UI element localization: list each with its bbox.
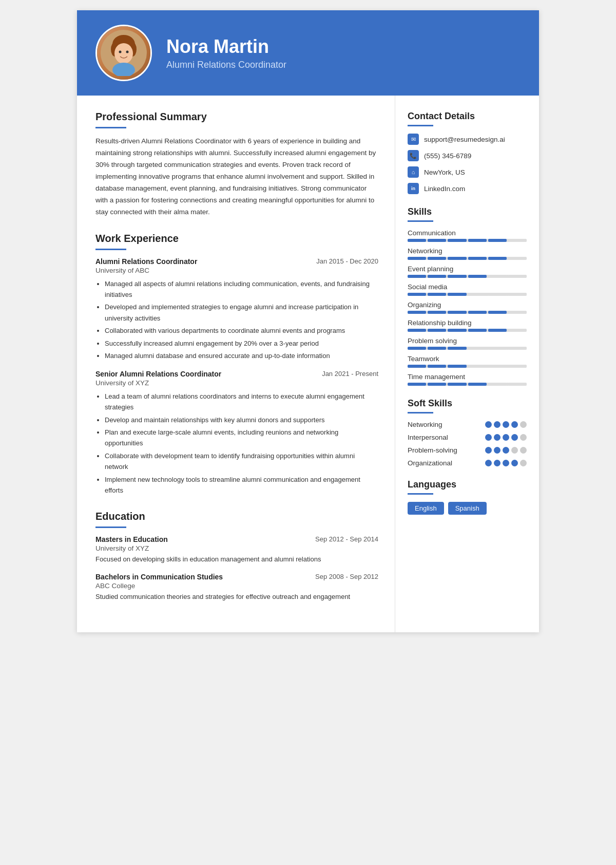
list-item: Plan and execute large-scale alumni even… xyxy=(105,427,378,449)
contact-linkedin-value: LinkedIn.com xyxy=(424,185,465,193)
work-experience-title: Work Experience xyxy=(95,233,378,245)
soft-skills-underline xyxy=(408,412,433,413)
edu-desc-1: Focused on developing skills in educatio… xyxy=(95,554,378,565)
job-bullets-2: Lead a team of alumni relations coordina… xyxy=(95,391,378,496)
education-item-2: Bachelors in Communication Studies Sep 2… xyxy=(95,573,378,603)
edu-degree-1: Masters in Education xyxy=(95,535,168,543)
edu-header-1: Masters in Education Sep 2012 - Sep 2014 xyxy=(95,535,378,543)
skill-name: Communication xyxy=(408,229,527,237)
job-dates-2: Jan 2021 - Present xyxy=(322,370,378,378)
skills-section: Skills CommunicationNetworkingEvent plan… xyxy=(408,206,527,386)
list-item: Successfully increased alumni engagement… xyxy=(105,338,378,349)
list-item: Develop and maintain relationships with … xyxy=(105,415,378,425)
skill-dot xyxy=(520,421,527,428)
skill-dot xyxy=(511,447,518,454)
job-title-2: Senior Alumni Relations Coordinator xyxy=(95,370,221,378)
edu-header-2: Bachelors in Communication Studies Sep 2… xyxy=(95,573,378,581)
body-layout: Professional Summary Results-driven Alum… xyxy=(77,96,539,632)
job-item-1: Alumni Relations Coordinator Jan 2015 - … xyxy=(95,257,378,362)
edu-dates-1: Sep 2012 - Sep 2014 xyxy=(315,535,378,543)
skill-item: Problem solving xyxy=(408,337,527,350)
list-item: Developed and implemented strategies to … xyxy=(105,302,378,324)
candidate-name: Nora Martin xyxy=(166,35,286,58)
education-title: Education xyxy=(95,511,378,522)
dots-container xyxy=(485,421,527,428)
left-column: Professional Summary Results-driven Alum… xyxy=(77,96,395,632)
svg-point-6 xyxy=(126,51,129,53)
soft-skills-list: NetworkingInterpersonalProblem-solvingOr… xyxy=(408,421,527,467)
skill-dot xyxy=(503,447,509,454)
work-experience-section: Work Experience Alumni Relations Coordin… xyxy=(95,233,378,496)
skill-dot xyxy=(494,421,500,428)
dots-container xyxy=(485,447,527,454)
summary-title: Professional Summary xyxy=(95,111,378,123)
skill-dot xyxy=(494,434,500,441)
skill-name: Relationship building xyxy=(408,319,527,327)
skill-dot xyxy=(485,434,492,441)
skill-name: Problem solving xyxy=(408,337,527,345)
soft-skill-name: Organizational xyxy=(408,459,452,467)
skill-dot xyxy=(503,421,509,428)
skill-name: Networking xyxy=(408,247,527,255)
contact-title: Contact Details xyxy=(408,111,527,122)
skill-item: Time management xyxy=(408,373,527,386)
edu-dates-2: Sep 2008 - Sep 2012 xyxy=(315,573,378,580)
skill-dot xyxy=(494,460,500,466)
summary-section: Professional Summary Results-driven Alum… xyxy=(95,111,378,218)
job-header-1: Alumni Relations Coordinator Jan 2015 - … xyxy=(95,257,378,266)
skill-item: Event planning xyxy=(408,265,527,278)
soft-skill-item: Problem-solving xyxy=(408,446,527,454)
edu-degree-2: Bachelors in Communication Studies xyxy=(95,573,223,581)
skill-bar xyxy=(408,239,527,242)
contact-phone: 📞 (555) 345-6789 xyxy=(408,150,527,161)
languages-title: Languages xyxy=(408,479,527,490)
contact-address: ⌂ NewYork, US xyxy=(408,166,527,178)
job-bullets-1: Managed all aspects of alumni relations … xyxy=(95,278,378,362)
skill-dot xyxy=(503,460,509,466)
right-column: Contact Details ✉ support@resumedesign.a… xyxy=(395,96,539,632)
skill-item: Organizing xyxy=(408,301,527,314)
candidate-title: Alumni Relations Coordinator xyxy=(166,60,286,70)
skill-dot xyxy=(503,434,509,441)
skill-bar xyxy=(408,365,527,368)
list-item: Collaborate with development team to ide… xyxy=(105,450,378,473)
skills-list: CommunicationNetworkingEvent planningSoc… xyxy=(408,229,527,386)
skill-item: Social media xyxy=(408,283,527,296)
resume-container: Nora Martin Alumni Relations Coordinator… xyxy=(77,10,539,632)
svg-point-5 xyxy=(119,51,122,53)
skill-bar xyxy=(408,311,527,314)
list-item: Lead a team of alumni relations coordina… xyxy=(105,391,378,413)
education-section: Education Masters in Education Sep 2012 … xyxy=(95,511,378,603)
job-dates-1: Jan 2015 - Dec 2020 xyxy=(316,257,378,265)
contact-email-value: support@resumedesign.ai xyxy=(424,136,505,143)
soft-skill-name: Networking xyxy=(408,421,442,428)
skill-dot xyxy=(485,447,492,454)
avatar xyxy=(95,25,152,81)
skill-name: Teamwork xyxy=(408,355,527,363)
skill-dot xyxy=(485,460,492,466)
address-icon: ⌂ xyxy=(408,166,419,178)
contact-email: ✉ support@resumedesign.ai xyxy=(408,134,527,145)
skill-item: Communication xyxy=(408,229,527,242)
contact-underline xyxy=(408,125,433,126)
soft-skill-name: Interpersonal xyxy=(408,434,448,441)
skill-dot xyxy=(520,460,527,466)
avatar-image xyxy=(97,26,150,80)
skill-dot xyxy=(511,421,518,428)
skill-bar xyxy=(408,329,527,332)
skill-item: Networking xyxy=(408,247,527,260)
skill-dot xyxy=(494,447,500,454)
skill-dot xyxy=(511,460,518,466)
contact-linkedin: in LinkedIn.com xyxy=(408,183,527,194)
list-item: Managed all aspects of alumni relations … xyxy=(105,278,378,300)
skill-dot xyxy=(520,447,527,454)
summary-text: Results-driven Alumni Relations Coordina… xyxy=(95,136,378,218)
skill-item: Teamwork xyxy=(408,355,527,368)
skill-bar xyxy=(408,257,527,260)
soft-skill-item: Interpersonal xyxy=(408,434,527,441)
contact-address-value: NewYork, US xyxy=(424,168,465,176)
skill-dot xyxy=(511,434,518,441)
skill-dot xyxy=(485,421,492,428)
language-badges: English Spanish xyxy=(408,502,527,515)
skill-name: Organizing xyxy=(408,301,527,309)
